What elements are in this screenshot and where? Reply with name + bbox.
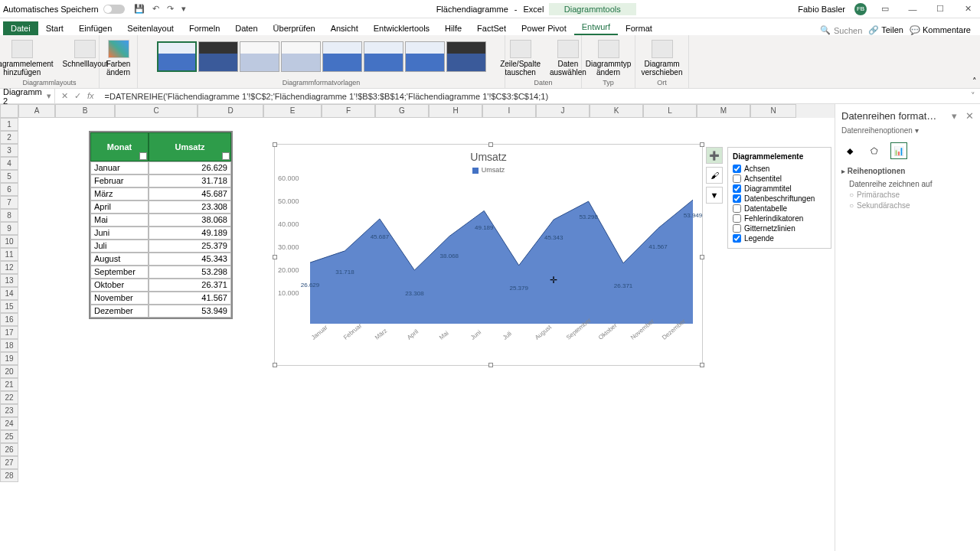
cancel-formula-icon[interactable]: ✕ [61,91,68,101]
row-header[interactable]: 26 [0,443,18,456]
secondary-axis-radio[interactable]: ○ Sekundärachse [849,201,974,210]
filter-button-month[interactable]: ▾ [139,152,147,160]
autosave-toggle[interactable] [103,5,125,14]
save-icon[interactable]: 💾 [134,4,145,14]
tab-file[interactable]: Datei [3,21,38,35]
table-header-value[interactable]: Umsatz▾ [149,132,231,161]
chart-element-option[interactable]: Achsen [733,164,826,174]
cell-value[interactable]: 31.718 [149,174,231,187]
checkbox[interactable] [733,174,741,183]
row-header[interactable]: 17 [0,326,18,339]
chart-legend[interactable]: Umsatz [275,166,702,178]
cell-value[interactable]: 53.298 [149,266,231,279]
column-header[interactable]: L [643,104,697,118]
formula-input[interactable]: =DATENREIHE('Flächendiagramme 1'!$C$2;'F… [100,92,966,101]
move-chart-button[interactable]: Diagramm verschieben [637,38,688,78]
cell-month[interactable]: Februar [90,174,149,187]
row-header[interactable]: 23 [0,404,18,417]
comments-button[interactable]: 💬 Kommentare [910,25,971,35]
data-label[interactable]: 25.379 [509,285,528,292]
series-options-tab-icon[interactable]: 📊 [890,142,907,159]
chart-element-option[interactable]: Gitternetzlinien [733,223,826,233]
checkbox[interactable] [733,194,741,203]
row-header[interactable]: 24 [0,417,18,430]
chart-style-7[interactable] [405,41,445,72]
chart-elements-button[interactable]: ➕ [706,147,723,164]
tab-power pivot[interactable]: Power Pivot [514,21,574,35]
row-header[interactable]: 2 [0,131,18,144]
chart-filters-button[interactable]: ▼ [706,187,723,204]
column-header[interactable]: B [55,104,115,118]
row-header[interactable]: 19 [0,352,18,365]
column-header[interactable]: E [263,104,322,118]
filter-button-value[interactable]: ▾ [222,152,230,160]
table-row[interactable]: März45.687 [90,187,231,201]
row-header[interactable]: 8 [0,209,18,222]
table-row[interactable]: August45.343 [90,253,231,266]
cell-month[interactable]: Mai [90,214,149,227]
table-header-month[interactable]: Monat▾ [90,132,149,161]
chart-element-option[interactable]: Diagrammtitel [733,184,826,194]
column-header[interactable]: G [375,104,429,118]
tab-überprüfen[interactable]: Überprüfen [266,21,323,35]
tab-formeln[interactable]: Formeln [181,21,227,35]
cell-value[interactable]: 38.068 [149,214,231,227]
cell-value[interactable]: 45.687 [149,187,231,201]
table-row[interactable]: Oktober26.371 [90,279,231,292]
checkbox[interactable] [733,224,741,233]
column-header[interactable]: C [115,104,198,118]
chart-element-option[interactable]: Achsentitel [733,174,826,184]
close-pane-icon[interactable]: ✕ [965,110,974,122]
chart-style-2[interactable] [198,41,238,72]
column-header[interactable]: K [590,104,643,118]
row-header[interactable]: 10 [0,235,18,248]
data-label[interactable]: 53.949 [684,212,702,219]
cell-value[interactable]: 26.371 [149,279,231,292]
fill-line-tab-icon[interactable]: ◆ [841,142,858,159]
row-header[interactable]: 25 [0,430,18,443]
fx-icon[interactable]: fx [87,91,94,101]
column-header[interactable]: H [429,104,482,118]
table-row[interactable]: Juli25.379 [90,240,231,253]
cell-value[interactable]: 23.308 [149,201,231,214]
enter-formula-icon[interactable]: ✓ [74,91,81,101]
row-header[interactable]: 7 [0,196,18,209]
section-header[interactable]: ▸ Reihenoptionen [841,167,974,175]
tab-entwicklertools[interactable]: Entwicklertools [366,21,437,35]
chart-style-1[interactable] [157,41,197,72]
cell-value[interactable]: 53.949 [149,305,231,318]
data-label[interactable]: 23.308 [405,290,423,297]
change-chart-type-button[interactable]: Diagrammtyp ändern [581,38,635,78]
chart-style-4[interactable] [281,41,321,72]
cell-month[interactable]: Juni [90,227,149,240]
row-header[interactable]: 11 [0,248,18,261]
row-header[interactable]: 20 [0,365,18,378]
maximize-icon[interactable]: ☐ [931,4,949,14]
row-header[interactable]: 16 [0,313,18,326]
data-label[interactable]: 26.371 [614,282,632,289]
redo-icon[interactable]: ↷ [167,4,174,14]
column-header[interactable]: N [750,104,796,118]
tab-daten[interactable]: Daten [227,21,265,35]
chart-style-3[interactable] [240,41,279,72]
chart-style-5[interactable] [322,41,362,72]
row-header[interactable]: 4 [0,157,18,170]
undo-icon[interactable]: ↶ [152,4,159,14]
data-label[interactable]: 31.718 [335,269,354,276]
row-header[interactable]: 18 [0,339,18,352]
user-avatar[interactable]: FB [854,3,867,15]
cell-month[interactable]: März [90,187,149,201]
row-header[interactable]: 6 [0,183,18,196]
data-label[interactable]: 53.298 [579,214,597,220]
chart-styles-gallery[interactable] [154,38,489,75]
data-label[interactable]: 26.629 [301,282,319,289]
tab-start[interactable]: Start [38,21,71,35]
data-label[interactable]: 41.567 [648,243,667,250]
cell-month[interactable]: April [90,201,149,214]
row-header[interactable]: 22 [0,391,18,404]
customize-icon[interactable]: ▾ [181,4,186,14]
ribbon-display-options-icon[interactable]: ▭ [876,4,894,14]
column-header[interactable]: D [198,104,263,118]
tab-format[interactable]: Format [618,21,660,35]
tab-hilfe[interactable]: Hilfe [437,21,469,35]
